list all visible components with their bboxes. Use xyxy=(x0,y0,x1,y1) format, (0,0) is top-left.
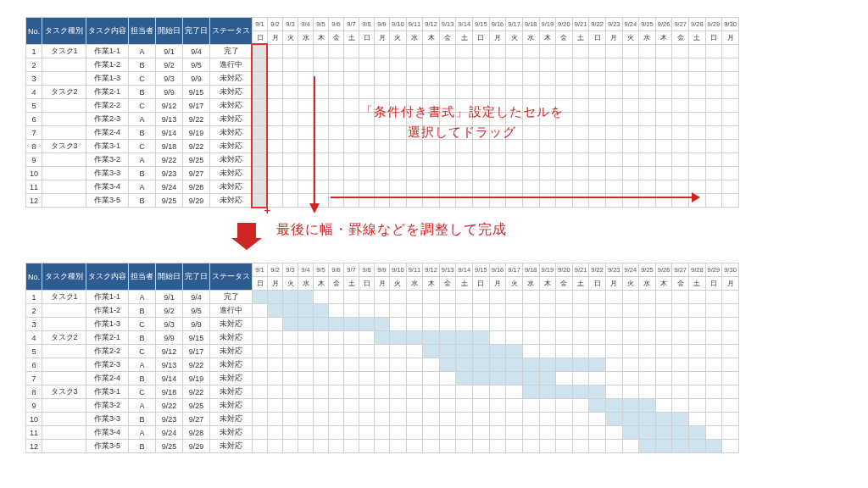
date-header: 9/18 xyxy=(522,18,539,31)
gantt-cell xyxy=(390,140,407,153)
gantt-cell xyxy=(605,180,622,194)
cell-p: C xyxy=(129,385,156,399)
date-header: 9/5 xyxy=(314,18,329,31)
gantt-cell xyxy=(329,113,344,126)
gantt-cell xyxy=(489,140,506,153)
gantt-cell xyxy=(506,167,523,180)
gantt-cell xyxy=(655,399,672,413)
cell-p: A xyxy=(129,153,156,167)
cell-no: 4 xyxy=(26,86,42,99)
cell-st: 未対応 xyxy=(210,126,253,140)
gantt-cell xyxy=(506,153,523,167)
cell-st: 未対応 xyxy=(210,113,253,126)
gantt-cell xyxy=(406,345,423,358)
gantt-cell xyxy=(314,167,329,180)
gantt-cell xyxy=(589,194,606,208)
gantt-cell xyxy=(314,180,329,194)
gantt-cell xyxy=(639,180,656,194)
gantt-cell xyxy=(489,358,506,372)
gantt-cell xyxy=(473,440,490,453)
gantt-cell xyxy=(329,331,344,345)
gantt-cell xyxy=(622,399,639,413)
gantt-cell xyxy=(556,180,573,194)
gantt-cell xyxy=(556,304,573,318)
cell-p: B xyxy=(129,126,156,140)
gantt-cell xyxy=(456,180,473,194)
gantt-cell xyxy=(605,72,622,86)
gantt-cell xyxy=(539,385,556,399)
gantt-cell xyxy=(375,426,390,440)
gantt-cell xyxy=(406,413,423,426)
date-header: 9/12 xyxy=(423,18,440,31)
cell-st: 未対応 xyxy=(210,358,253,372)
gantt-cell xyxy=(253,45,268,58)
gantt-cell xyxy=(655,45,672,58)
date-header: 9/27 xyxy=(672,263,689,277)
date-header: 9/7 xyxy=(344,18,359,31)
cell-e: 9/17 xyxy=(183,345,210,358)
gantt-cell xyxy=(639,167,656,180)
gantt-cell xyxy=(506,385,523,399)
gantt-cell xyxy=(589,318,606,331)
gantt-cell xyxy=(473,372,490,385)
gantt-cell xyxy=(672,304,689,318)
gantt-cell xyxy=(344,331,359,345)
gantt-cell xyxy=(705,318,722,331)
gantt-cell xyxy=(705,45,722,58)
gantt-cell xyxy=(456,331,473,345)
gantt-cell xyxy=(473,99,490,113)
gantt-cell xyxy=(253,58,268,72)
cell-s: 9/2 xyxy=(156,304,183,318)
gantt-cell xyxy=(268,385,283,399)
dow-header: 土 xyxy=(572,277,589,291)
gantt-cell xyxy=(439,180,456,194)
cell-e: 9/17 xyxy=(183,99,210,113)
gantt-cell xyxy=(489,126,506,140)
gantt-cell xyxy=(423,194,440,208)
gantt-cell xyxy=(655,385,672,399)
cell-st: 未対応 xyxy=(210,331,253,345)
cell-st: 完了 xyxy=(210,291,253,304)
dow-header: 金 xyxy=(672,31,689,45)
gantt-cell xyxy=(344,167,359,180)
gantt-cell xyxy=(672,426,689,440)
dow-header: 水 xyxy=(522,31,539,45)
gantt-cell xyxy=(390,113,407,126)
gantt-cell xyxy=(705,440,722,453)
gantt-cell xyxy=(439,153,456,167)
gantt-cell xyxy=(390,86,407,99)
table-row: 1タスク1作業1-1A9/19/4完了 xyxy=(26,45,739,58)
gantt-cell xyxy=(589,140,606,153)
gantt-cell xyxy=(390,358,407,372)
cell-no: 6 xyxy=(26,358,42,372)
gantt-cell xyxy=(344,58,359,72)
gantt-cell xyxy=(359,113,375,126)
table-row: 7作業2-4B9/149/19未対応 xyxy=(26,372,739,385)
table-row: 4タスク2作業2-1B9/99/15未対応 xyxy=(26,86,739,99)
cell-no: 5 xyxy=(26,99,42,113)
gantt-cell xyxy=(705,58,722,72)
cell-s: 9/2 xyxy=(156,58,183,72)
cell-task: 作業2-2 xyxy=(86,345,129,358)
cell-st: 未対応 xyxy=(210,153,253,167)
gantt-cell xyxy=(639,99,656,113)
date-header: 9/30 xyxy=(722,18,739,31)
cell-cat xyxy=(42,358,86,372)
dow-header: 火 xyxy=(390,31,407,45)
cell-e: 9/19 xyxy=(183,126,210,140)
cell-no: 1 xyxy=(26,291,42,304)
gantt-cell xyxy=(423,331,440,345)
gantt-cell xyxy=(344,113,359,126)
gantt-cell xyxy=(522,413,539,426)
gantt-cell xyxy=(314,99,329,113)
gantt-cell xyxy=(572,153,589,167)
gantt-cell xyxy=(344,194,359,208)
gantt-cell xyxy=(672,331,689,345)
table-row: 3作業1-3C9/39/9未対応 xyxy=(26,318,739,331)
cell-e: 9/28 xyxy=(183,426,210,440)
cell-no: 2 xyxy=(26,58,42,72)
gantt-cell xyxy=(375,45,390,58)
gantt-cell xyxy=(589,113,606,126)
table-row: 10作業3-3B9/239/27未対応 xyxy=(26,413,739,426)
gantt-cell xyxy=(456,167,473,180)
